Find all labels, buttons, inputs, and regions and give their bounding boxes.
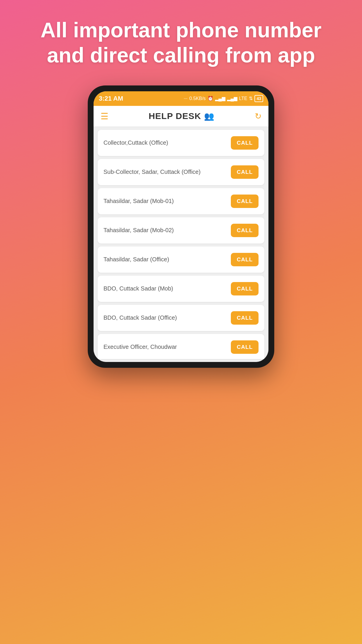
list-item: Tahasildar, Sadar (Mob-02)CALL: [98, 217, 264, 244]
signal-icon: ▂▄▆: [215, 96, 225, 101]
call-button[interactable]: CALL: [231, 136, 259, 150]
user-phone-icon: 👥: [204, 111, 215, 121]
call-button[interactable]: CALL: [231, 311, 259, 325]
speed-indicator: 0.5KB/s: [189, 96, 206, 101]
contact-label: BDO, Cuttack Sadar (Mob): [103, 285, 231, 292]
headline-text: All important phone number: [41, 18, 321, 42]
battery-indicator: 43: [254, 95, 263, 102]
refresh-icon[interactable]: ↻: [255, 111, 261, 121]
call-button[interactable]: CALL: [231, 224, 259, 237]
lte-icon: LTE: [239, 96, 247, 101]
call-button-partial[interactable]: CALL: [231, 340, 259, 354]
call-button[interactable]: CALL: [231, 165, 259, 179]
phone-screen: 3:21 AM ··· 0.5KB/s ⏰ ▂▄▆ ▂▄▆ LTE ⇅ 43 ☰…: [94, 91, 268, 362]
headline-text2: and direct calling from app: [47, 43, 315, 67]
list-item: Tahasildar, Sadar (Mob-01)CALL: [98, 188, 264, 214]
app-title: HELP DESK 👥: [149, 111, 215, 121]
app-header: ☰ HELP DESK 👥 ↻: [94, 106, 268, 127]
contact-label: Tahasildar, Sadar (Mob-01): [103, 198, 231, 204]
list-item: Tahasildar, Sadar (Office)CALL: [98, 246, 264, 273]
dots-icon: ···: [184, 96, 187, 101]
contact-label: BDO, Cuttack Sadar (Office): [103, 314, 231, 321]
list-item: Collector,Cuttack (Office)CALL: [98, 130, 264, 156]
contact-label: Tahasildar, Sadar (Mob-02): [103, 227, 231, 234]
contact-list: Collector,Cuttack (Office)CALLSub-Collec…: [94, 127, 268, 362]
app-title-text: HELP DESK: [149, 111, 201, 121]
status-time: 3:21 AM: [99, 95, 123, 102]
list-item: BDO, Cuttack Sadar (Office)CALL: [98, 305, 264, 331]
phone-mockup: 3:21 AM ··· 0.5KB/s ⏰ ▂▄▆ ▂▄▆ LTE ⇅ 43 ☰…: [88, 85, 274, 368]
wifi-icon: ⇅: [249, 96, 253, 101]
list-item-partial: Executive Officer, ChoudwarCALL: [98, 334, 264, 359]
call-button[interactable]: CALL: [231, 195, 259, 208]
contact-label: Sub-Collector, Sadar, Cuttack (Office): [103, 169, 231, 175]
alarm-icon: ⏰: [208, 96, 213, 101]
list-item: BDO, Cuttack Sadar (Mob)CALL: [98, 276, 264, 302]
contact-label: Collector,Cuttack (Office): [103, 139, 231, 146]
hamburger-icon[interactable]: ☰: [101, 111, 108, 121]
status-bar: 3:21 AM ··· 0.5KB/s ⏰ ▂▄▆ ▂▄▆ LTE ⇅ 43: [94, 91, 268, 106]
contact-label: Tahasildar, Sadar (Office): [103, 256, 231, 263]
signal-icon2: ▂▄▆: [227, 96, 237, 101]
contact-label-partial: Executive Officer, Choudwar: [103, 344, 231, 350]
headline: All important phone number and direct ca…: [17, 0, 345, 80]
call-button[interactable]: CALL: [231, 253, 259, 266]
list-item: Sub-Collector, Sadar, Cuttack (Office)CA…: [98, 159, 264, 185]
call-button[interactable]: CALL: [231, 282, 259, 295]
status-icons: ··· 0.5KB/s ⏰ ▂▄▆ ▂▄▆ LTE ⇅ 43: [184, 95, 263, 102]
